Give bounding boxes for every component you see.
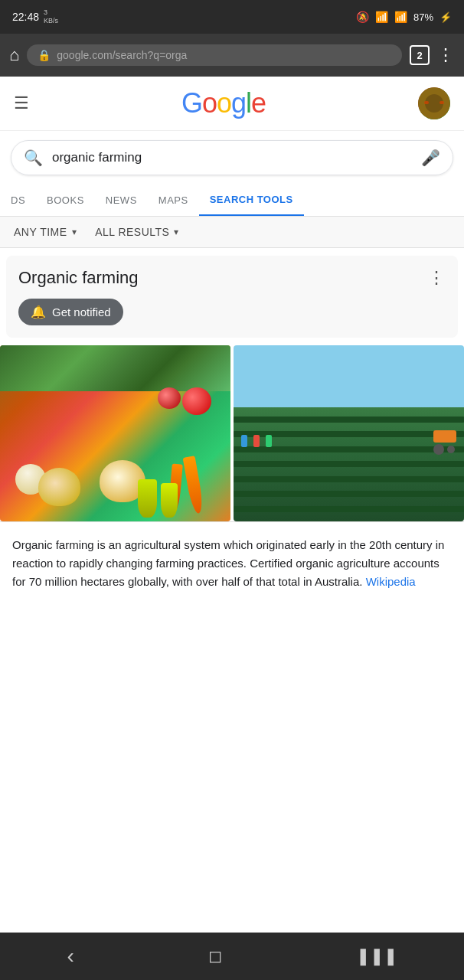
farm-image[interactable] <box>234 345 464 521</box>
all-results-chevron: ▾ <box>174 227 179 237</box>
any-time-label: ANY TIME <box>14 226 67 238</box>
mic-icon[interactable]: 🎤 <box>421 149 440 167</box>
any-time-filter[interactable]: ANY TIME ▾ <box>14 226 77 238</box>
battery-level: 87% <box>413 11 433 23</box>
google-logo: Google <box>181 87 266 119</box>
tab-maps[interactable]: MAPS <box>148 185 199 215</box>
url-bar[interactable]: 🔒 google.com/search?q=orga <box>27 44 402 66</box>
wikipedia-link[interactable]: Wikipedia <box>366 575 416 588</box>
tab-news[interactable]: NEWS <box>95 185 148 215</box>
search-tools-bar: ANY TIME ▾ ALL RESULTS ▾ <box>0 217 464 248</box>
hamburger-menu-icon[interactable]: ☰ <box>14 93 29 113</box>
wifi-icon: 📶 <box>375 11 388 23</box>
all-results-filter[interactable]: ALL RESULTS ▾ <box>95 226 179 238</box>
bell-icon: 🔔 <box>31 305 46 319</box>
description-text: Organic farming is an agricultural syste… <box>12 536 452 591</box>
home-button[interactable]: ◻ <box>208 946 222 966</box>
status-bar: 22:48 3 KB/s 🔕 📶 📶 87% ⚡ <box>0 0 464 34</box>
all-results-label: ALL RESULTS <box>95 226 169 238</box>
knowledge-options-icon[interactable]: ⋮ <box>428 268 446 288</box>
vegetables-image[interactable] <box>0 345 230 521</box>
any-time-chevron: ▾ <box>72 227 77 237</box>
get-notified-button[interactable]: 🔔 Get notified <box>18 299 123 325</box>
svg-rect-3 <box>439 101 444 104</box>
search-query-text[interactable]: organic farming <box>52 150 412 165</box>
lock-icon: 🔒 <box>38 49 51 61</box>
tab-books[interactable]: BOOKS <box>36 185 95 215</box>
mute-icon: 🔕 <box>356 11 369 23</box>
bottom-nav: ‹ ◻ ❚❚❚ <box>0 933 464 980</box>
tab-search-tools[interactable]: SEARCH TOOLS <box>199 185 304 216</box>
tab-ds[interactable]: DS <box>0 185 36 215</box>
knowledge-panel: Organic farming ⋮ 🔔 Get notified <box>6 256 458 338</box>
svg-rect-2 <box>424 101 429 104</box>
browser-menu-icon[interactable]: ⋮ <box>437 45 455 65</box>
knowledge-header: Organic farming ⋮ <box>18 268 446 288</box>
url-text: google.com/search?q=orga <box>57 49 187 61</box>
signal-icon: 📶 <box>394 11 407 23</box>
search-tabs: DS BOOKS NEWS MAPS SEARCH TOOLS <box>0 185 464 217</box>
status-icons: 🔕 📶 📶 87% ⚡ <box>356 11 452 23</box>
status-data-speed: 3 KB/s <box>44 8 58 25</box>
back-button[interactable]: ‹ <box>67 944 74 969</box>
home-icon[interactable]: ⌂ <box>9 45 19 65</box>
get-notified-label: Get notified <box>52 305 111 318</box>
search-bar[interactable]: 🔍 organic farming 🎤 <box>11 140 453 175</box>
status-time: 22:48 <box>12 11 39 23</box>
recents-button[interactable]: ❚❚❚ <box>356 946 397 966</box>
google-header: ☰ Google <box>0 77 464 131</box>
avatar[interactable] <box>418 87 450 119</box>
battery-icon: ⚡ <box>439 11 452 23</box>
search-icon: 🔍 <box>24 149 43 167</box>
knowledge-title: Organic farming <box>18 268 139 288</box>
search-bar-wrap: 🔍 organic farming 🎤 <box>0 131 464 185</box>
browser-bar: ⌂ 🔒 google.com/search?q=orga 2 ⋮ <box>0 34 464 77</box>
tab-count-badge[interactable]: 2 <box>410 45 430 65</box>
images-row <box>0 345 464 521</box>
description-box: Organic farming is an agricultural syste… <box>0 521 464 605</box>
